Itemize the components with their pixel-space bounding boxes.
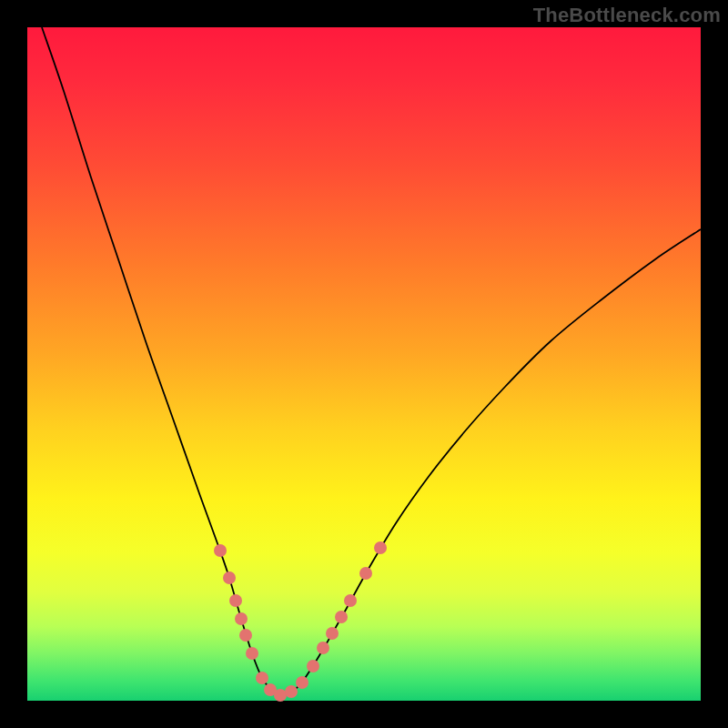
marker-dot xyxy=(246,647,258,660)
marker-dot xyxy=(256,672,268,684)
chart-frame: TheBottleneck.com xyxy=(0,0,728,728)
marker-dot xyxy=(374,541,387,554)
marker-dot xyxy=(285,685,298,698)
marker-dot-group xyxy=(214,541,387,702)
marker-dot xyxy=(335,611,348,623)
watermark-label: TheBottleneck.com xyxy=(533,4,721,27)
marker-dot xyxy=(317,642,329,654)
marker-dot xyxy=(239,629,252,642)
marker-dot xyxy=(296,676,308,689)
marker-dot xyxy=(223,571,236,584)
marker-dot xyxy=(214,544,227,557)
marker-pill-group xyxy=(223,557,371,657)
marker-dot xyxy=(229,594,242,607)
marker-dot xyxy=(326,627,339,640)
marker-dot xyxy=(274,689,287,702)
marker-dot xyxy=(235,612,248,625)
plot-area xyxy=(27,27,701,701)
v-curve-path xyxy=(42,27,701,695)
marker-dot xyxy=(307,660,319,672)
marker-dot xyxy=(344,594,357,607)
bottleneck-curve xyxy=(27,27,701,701)
marker-dot xyxy=(359,567,372,580)
